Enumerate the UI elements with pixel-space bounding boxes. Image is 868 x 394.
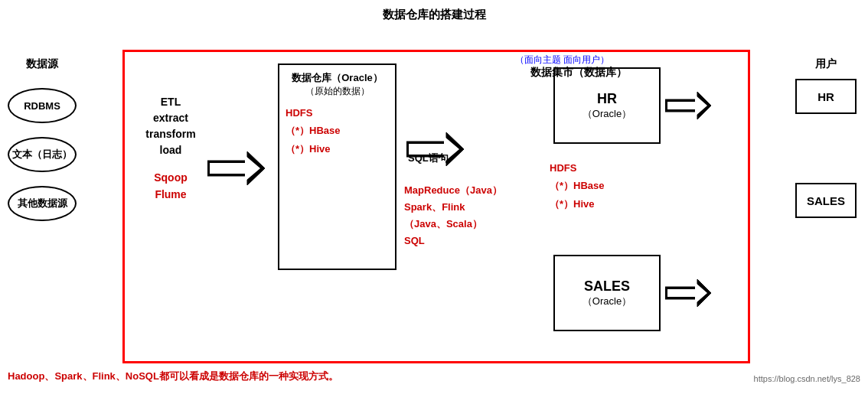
dw-hive: （*）Hive bbox=[286, 140, 389, 158]
text-log-oval: 文本（日志） bbox=[8, 137, 77, 172]
arrow-svg bbox=[207, 151, 265, 185]
hr-arrow-svg bbox=[665, 92, 711, 119]
dw-hdfs: HDFS bbox=[286, 104, 389, 122]
dw-title: 数据仓库（Oracle） bbox=[286, 71, 389, 85]
etl-tools: Sqoop Flume bbox=[132, 169, 209, 204]
hr-box: HR （Oracle） bbox=[553, 67, 661, 144]
bottom-link: https://blog.csdn.net/lys_828 bbox=[754, 374, 860, 383]
flume-label: Flume bbox=[132, 186, 209, 203]
etl-arrow bbox=[207, 151, 265, 187]
sales-arrow-svg bbox=[665, 279, 711, 307]
users-label: 用户 bbox=[815, 57, 837, 71]
sales-title: SALES bbox=[584, 278, 630, 295]
mapreduce-label: MapReduce（Java） bbox=[404, 182, 502, 199]
sql-proc-label: SQL bbox=[404, 233, 502, 249]
etl-transform: transform bbox=[132, 126, 209, 142]
java-scala-label: （Java、Scala） bbox=[404, 216, 502, 233]
page-title: 数据仓库的搭建过程 bbox=[0, 0, 868, 22]
hr-user-box: HR bbox=[795, 79, 857, 114]
main-red-box: ETL extract transform load Sqoop Flume 数… bbox=[122, 50, 750, 363]
data-sources-column: 数据源 RDBMS 文本（日志） 其他数据源 bbox=[8, 57, 77, 221]
dw-subtitle: （原始的数据） bbox=[286, 85, 389, 98]
other-sources-oval: 其他数据源 bbox=[8, 186, 77, 221]
users-column: 用户 HR SALES bbox=[795, 57, 857, 218]
sqoop-label: Sqoop bbox=[132, 169, 209, 186]
sales-user-box: SALES bbox=[795, 183, 857, 218]
spark-flink-label: Spark、Flink bbox=[404, 199, 502, 216]
sql-label: SQL语句 bbox=[408, 151, 449, 165]
dw-hbase: （*）HBase bbox=[286, 122, 389, 139]
data-sources-label: 数据源 bbox=[26, 57, 58, 71]
hdfs-right-section: HDFS （*）HBase （*）Hive bbox=[550, 159, 605, 213]
etl-extract: extract bbox=[132, 110, 209, 126]
etl-title: ETL bbox=[132, 94, 209, 110]
processing-labels: MapReduce（Java） Spark、Flink （Java、Scala）… bbox=[404, 182, 502, 249]
sales-sub: （Oracle） bbox=[582, 295, 631, 308]
rdbms-oval: RDBMS bbox=[8, 88, 77, 123]
diagram-container: 数据源 RDBMS 文本（日志） 其他数据源 ETL extract trans… bbox=[0, 27, 868, 386]
hive-right-label: （*）Hive bbox=[550, 195, 605, 213]
hbase-right-label: （*）HBase bbox=[550, 177, 605, 194]
dw-items: HDFS （*）HBase （*）Hive bbox=[286, 104, 389, 158]
face-label: （面向主题 面向用户） bbox=[515, 54, 609, 67]
sales-box: SALES （Oracle） bbox=[553, 255, 661, 331]
bottom-note: Hadoop、Spark、Flink、NoSQL都可以看成是数据仓库的一种实现方… bbox=[8, 370, 338, 383]
etl-load: load bbox=[132, 142, 209, 158]
hr-sub: （Oracle） bbox=[582, 107, 631, 121]
sales-user-arrow bbox=[665, 279, 711, 309]
data-warehouse-box: 数据仓库（Oracle） （原始的数据） HDFS （*）HBase （*）Hi… bbox=[278, 63, 396, 270]
hr-user-arrow bbox=[665, 92, 711, 122]
hdfs-right-label: HDFS bbox=[550, 159, 605, 177]
hr-title: HR bbox=[597, 91, 617, 107]
etl-section: ETL extract transform load Sqoop Flume bbox=[132, 94, 209, 204]
